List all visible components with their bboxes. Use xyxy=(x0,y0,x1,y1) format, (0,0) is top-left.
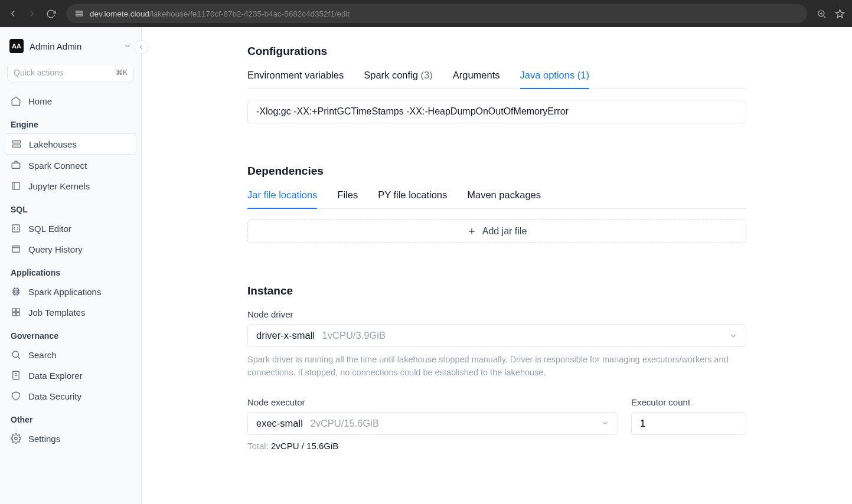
node-driver-select[interactable]: driver-x-small 1vCPU/3.9GiB xyxy=(247,324,746,347)
sidebar-item-home[interactable]: Home xyxy=(5,91,136,111)
svg-rect-14 xyxy=(17,313,19,316)
section-engine: Engine xyxy=(5,112,136,133)
svg-point-15 xyxy=(12,351,19,358)
browser-forward-button[interactable] xyxy=(26,8,38,19)
home-icon xyxy=(11,96,21,106)
svg-rect-13 xyxy=(12,313,15,316)
node-driver-label: Node driver xyxy=(247,309,746,319)
tab-jar-locations[interactable]: Jar file locations xyxy=(247,189,317,209)
sidebar: AA Admin Admin Quick actions ⌘K Home Eng… xyxy=(0,27,142,504)
search-icon xyxy=(11,349,21,360)
sidebar-item-data-explorer[interactable]: Data Explorer xyxy=(5,365,136,385)
node-driver-helper: Spark driver is running all the time unt… xyxy=(247,353,746,379)
sidebar-item-data-security[interactable]: Data Security xyxy=(5,386,136,406)
svg-rect-3 xyxy=(12,141,21,143)
svg-rect-8 xyxy=(12,246,19,253)
node-executor-label: Node executor xyxy=(247,397,618,407)
instance-title: Instance xyxy=(247,284,746,297)
sidebar-item-settings[interactable]: Settings xyxy=(5,428,136,449)
executor-count-label: Executor count xyxy=(631,397,746,407)
section-governance: Governance xyxy=(5,323,136,344)
grid-icon xyxy=(11,307,21,318)
section-sql: SQL xyxy=(5,197,136,218)
executor-total: Total: 2vCPU / 15.6GiB xyxy=(247,441,618,451)
tab-env-vars[interactable]: Environment variables xyxy=(247,70,344,89)
node-executor-select[interactable]: exec-small 2vCPU/15.6GiB xyxy=(247,412,618,435)
svg-rect-5 xyxy=(12,163,20,168)
add-jar-file-button[interactable]: Add jar file xyxy=(247,220,746,243)
chevron-down-icon xyxy=(601,419,609,427)
svg-point-17 xyxy=(15,437,18,440)
quick-actions-placeholder: Quick actions xyxy=(14,68,63,77)
url-bar[interactable]: dev.iomete.cloud/lakehouse/fe1170cf-87b2… xyxy=(66,4,807,23)
svg-rect-6 xyxy=(12,182,19,189)
url-text: dev.iomete.cloud/lakehouse/fe1170cf-87b2… xyxy=(90,9,350,18)
sidebar-collapse-toggle[interactable] xyxy=(134,40,148,54)
history-icon xyxy=(11,244,21,254)
svg-rect-1 xyxy=(76,14,83,16)
tab-arguments[interactable]: Arguments xyxy=(453,70,500,89)
gear-icon xyxy=(11,433,21,444)
data-explorer-icon xyxy=(11,370,21,381)
configurations-title: Configurations xyxy=(247,45,746,58)
sidebar-item-spark-applications[interactable]: Spark Applications xyxy=(5,282,136,302)
svg-rect-0 xyxy=(76,11,83,13)
tab-spark-config[interactable]: Spark config (3) xyxy=(364,70,432,89)
sidebar-item-spark-connect[interactable]: Spark Connect xyxy=(5,155,136,175)
main-content: Configurations Environment variables Spa… xyxy=(142,27,852,504)
tab-maven-packages[interactable]: Maven packages xyxy=(467,189,541,209)
chevron-down-icon xyxy=(123,42,132,50)
browser-chrome: dev.iomete.cloud/lakehouse/fe1170cf-87b2… xyxy=(0,0,852,27)
svg-rect-11 xyxy=(12,309,15,312)
shield-icon xyxy=(11,391,21,401)
site-settings-icon xyxy=(74,9,84,18)
sidebar-item-job-templates[interactable]: Job Templates xyxy=(5,302,136,322)
sidebar-item-query-history[interactable]: Query History xyxy=(5,239,136,259)
lakehouses-icon xyxy=(11,139,22,149)
avatar: AA xyxy=(9,39,24,53)
section-apps: Applications xyxy=(5,260,136,281)
tab-java-options[interactable]: Java options (1) xyxy=(520,70,589,89)
svg-rect-9 xyxy=(14,289,19,294)
browser-reload-button[interactable] xyxy=(45,8,57,19)
user-name: Admin Admin xyxy=(30,41,117,51)
chevron-down-icon xyxy=(729,332,737,340)
svg-rect-10 xyxy=(15,290,18,293)
zoom-icon[interactable] xyxy=(817,9,827,19)
java-options-input[interactable] xyxy=(247,100,746,123)
deps-tabs: Jar file locations Files PY file locatio… xyxy=(247,189,746,209)
config-tabs: Environment variables Spark config (3) A… xyxy=(247,70,746,89)
user-menu[interactable]: AA Admin Admin xyxy=(5,35,136,57)
sidebar-item-sql-editor[interactable]: SQL Editor xyxy=(5,218,136,238)
sql-editor-icon xyxy=(11,223,21,234)
quick-actions-shortcut: ⌘K xyxy=(116,68,128,77)
sidebar-item-lakehouses[interactable]: Lakehouses xyxy=(5,133,136,155)
svg-rect-12 xyxy=(17,309,19,312)
executor-count-input[interactable] xyxy=(631,412,746,435)
svg-rect-4 xyxy=(12,145,21,148)
star-icon[interactable] xyxy=(835,9,845,19)
jupyter-icon xyxy=(11,181,21,191)
plus-icon xyxy=(467,227,476,236)
cpu-icon xyxy=(11,286,21,297)
tab-files[interactable]: Files xyxy=(337,189,358,209)
tab-py-locations[interactable]: PY file locations xyxy=(378,189,447,209)
quick-actions[interactable]: Quick actions ⌘K xyxy=(7,64,134,81)
dependencies-title: Dependencies xyxy=(247,165,746,178)
spark-connect-icon xyxy=(11,160,21,171)
sidebar-item-search[interactable]: Search xyxy=(5,345,136,365)
section-other: Other xyxy=(5,407,136,428)
browser-back-button[interactable] xyxy=(7,8,19,19)
sidebar-item-jupyter-kernels[interactable]: Jupyter Kernels xyxy=(5,176,136,196)
